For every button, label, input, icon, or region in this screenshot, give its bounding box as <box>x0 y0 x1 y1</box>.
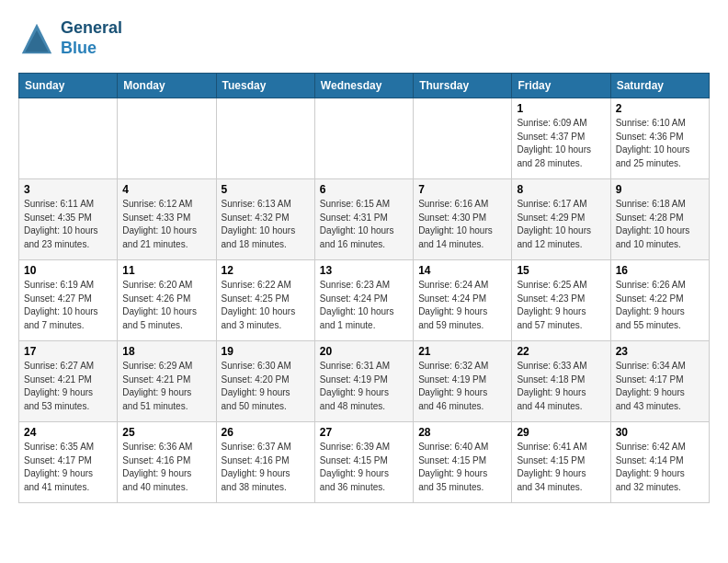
day-number: 28 <box>418 426 506 439</box>
day-number: 17 <box>24 345 112 358</box>
day-info: Sunrise: 6:17 AM Sunset: 4:29 PM Dayligh… <box>517 198 605 251</box>
day-number: 4 <box>122 183 210 196</box>
day-number: 10 <box>24 264 112 277</box>
calendar-cell: 22Sunrise: 6:33 AM Sunset: 4:18 PM Dayli… <box>512 341 610 422</box>
calendar-week-1: 3Sunrise: 6:11 AM Sunset: 4:35 PM Daylig… <box>19 179 710 260</box>
day-info: Sunrise: 6:42 AM Sunset: 4:14 PM Dayligh… <box>616 441 704 494</box>
day-number: 19 <box>222 345 310 358</box>
calendar-cell <box>216 98 314 179</box>
day-info: Sunrise: 6:11 AM Sunset: 4:35 PM Dayligh… <box>24 198 112 251</box>
day-info: Sunrise: 6:24 AM Sunset: 4:24 PM Dayligh… <box>418 279 506 332</box>
day-number: 2 <box>616 102 704 115</box>
day-number: 5 <box>222 183 310 196</box>
calendar-cell: 24Sunrise: 6:35 AM Sunset: 4:17 PM Dayli… <box>19 422 118 503</box>
calendar-cell: 13Sunrise: 6:23 AM Sunset: 4:24 PM Dayli… <box>314 260 413 341</box>
calendar-cell: 5Sunrise: 6:13 AM Sunset: 4:32 PM Daylig… <box>216 179 314 260</box>
day-info: Sunrise: 6:20 AM Sunset: 4:26 PM Dayligh… <box>122 279 210 332</box>
day-info: Sunrise: 6:37 AM Sunset: 4:16 PM Dayligh… <box>222 441 310 494</box>
calendar-cell: 2Sunrise: 6:10 AM Sunset: 4:36 PM Daylig… <box>610 98 709 179</box>
calendar-cell: 11Sunrise: 6:20 AM Sunset: 4:26 PM Dayli… <box>118 260 216 341</box>
day-info: Sunrise: 6:36 AM Sunset: 4:16 PM Dayligh… <box>122 441 210 494</box>
calendar-cell: 28Sunrise: 6:40 AM Sunset: 4:15 PM Dayli… <box>414 422 512 503</box>
day-number: 7 <box>418 183 506 196</box>
day-number: 15 <box>517 264 605 277</box>
day-info: Sunrise: 6:13 AM Sunset: 4:32 PM Dayligh… <box>222 198 310 251</box>
day-number: 16 <box>616 264 704 277</box>
day-number: 1 <box>517 102 605 115</box>
day-info: Sunrise: 6:18 AM Sunset: 4:28 PM Dayligh… <box>616 198 704 251</box>
day-number: 30 <box>616 426 704 439</box>
day-info: Sunrise: 6:35 AM Sunset: 4:17 PM Dayligh… <box>24 441 112 494</box>
day-number: 22 <box>517 345 605 358</box>
day-info: Sunrise: 6:12 AM Sunset: 4:33 PM Dayligh… <box>122 198 210 251</box>
day-number: 6 <box>320 183 408 196</box>
day-number: 9 <box>616 183 704 196</box>
logo-text: General Blue <box>61 18 122 58</box>
day-info: Sunrise: 6:34 AM Sunset: 4:17 PM Dayligh… <box>616 360 704 413</box>
day-number: 14 <box>418 264 506 277</box>
day-number: 24 <box>24 426 112 439</box>
calendar-cell: 27Sunrise: 6:39 AM Sunset: 4:15 PM Dayli… <box>314 422 413 503</box>
day-info: Sunrise: 6:19 AM Sunset: 4:27 PM Dayligh… <box>24 279 112 332</box>
day-number: 21 <box>418 345 506 358</box>
calendar-cell <box>414 98 512 179</box>
calendar-cell: 26Sunrise: 6:37 AM Sunset: 4:16 PM Dayli… <box>216 422 314 503</box>
calendar-cell: 8Sunrise: 6:17 AM Sunset: 4:29 PM Daylig… <box>512 179 610 260</box>
day-number: 8 <box>517 183 605 196</box>
calendar-cell: 1Sunrise: 6:09 AM Sunset: 4:37 PM Daylig… <box>512 98 610 179</box>
day-info: Sunrise: 6:29 AM Sunset: 4:21 PM Dayligh… <box>122 360 210 413</box>
calendar-cell: 4Sunrise: 6:12 AM Sunset: 4:33 PM Daylig… <box>118 179 216 260</box>
day-info: Sunrise: 6:32 AM Sunset: 4:19 PM Dayligh… <box>418 360 506 413</box>
day-info: Sunrise: 6:16 AM Sunset: 4:30 PM Dayligh… <box>418 198 506 251</box>
calendar-cell: 16Sunrise: 6:26 AM Sunset: 4:22 PM Dayli… <box>610 260 709 341</box>
day-info: Sunrise: 6:23 AM Sunset: 4:24 PM Dayligh… <box>320 279 408 332</box>
day-info: Sunrise: 6:27 AM Sunset: 4:21 PM Dayligh… <box>24 360 112 413</box>
weekday-header-sunday: Sunday <box>19 74 118 98</box>
calendar-table: SundayMondayTuesdayWednesdayThursdayFrid… <box>18 73 710 503</box>
day-number: 29 <box>517 426 605 439</box>
calendar-header: SundayMondayTuesdayWednesdayThursdayFrid… <box>19 74 710 98</box>
calendar-cell: 23Sunrise: 6:34 AM Sunset: 4:17 PM Dayli… <box>610 341 709 422</box>
calendar-cell <box>118 98 216 179</box>
logo-icon <box>18 22 55 55</box>
day-info: Sunrise: 6:30 AM Sunset: 4:20 PM Dayligh… <box>222 360 310 413</box>
day-number: 13 <box>320 264 408 277</box>
weekday-header-friday: Friday <box>512 74 610 98</box>
calendar-cell: 3Sunrise: 6:11 AM Sunset: 4:35 PM Daylig… <box>19 179 118 260</box>
calendar-cell: 17Sunrise: 6:27 AM Sunset: 4:21 PM Dayli… <box>19 341 118 422</box>
logo: General Blue <box>18 18 122 58</box>
calendar-cell: 30Sunrise: 6:42 AM Sunset: 4:14 PM Dayli… <box>610 422 709 503</box>
day-number: 26 <box>222 426 310 439</box>
weekday-header-wednesday: Wednesday <box>314 74 413 98</box>
calendar-week-0: 1Sunrise: 6:09 AM Sunset: 4:37 PM Daylig… <box>19 98 710 179</box>
day-info: Sunrise: 6:10 AM Sunset: 4:36 PM Dayligh… <box>616 117 704 170</box>
day-info: Sunrise: 6:26 AM Sunset: 4:22 PM Dayligh… <box>616 279 704 332</box>
day-number: 27 <box>320 426 408 439</box>
weekday-header-thursday: Thursday <box>414 74 512 98</box>
calendar-cell: 14Sunrise: 6:24 AM Sunset: 4:24 PM Dayli… <box>414 260 512 341</box>
calendar-cell: 21Sunrise: 6:32 AM Sunset: 4:19 PM Dayli… <box>414 341 512 422</box>
day-info: Sunrise: 6:33 AM Sunset: 4:18 PM Dayligh… <box>517 360 605 413</box>
page-header: General Blue <box>18 18 710 58</box>
calendar-cell: 12Sunrise: 6:22 AM Sunset: 4:25 PM Dayli… <box>216 260 314 341</box>
day-number: 3 <box>24 183 112 196</box>
calendar-cell: 6Sunrise: 6:15 AM Sunset: 4:31 PM Daylig… <box>314 179 413 260</box>
calendar-cell: 15Sunrise: 6:25 AM Sunset: 4:23 PM Dayli… <box>512 260 610 341</box>
calendar-cell: 7Sunrise: 6:16 AM Sunset: 4:30 PM Daylig… <box>414 179 512 260</box>
weekday-header-monday: Monday <box>118 74 216 98</box>
day-info: Sunrise: 6:39 AM Sunset: 4:15 PM Dayligh… <box>320 441 408 494</box>
day-info: Sunrise: 6:09 AM Sunset: 4:37 PM Dayligh… <box>517 117 605 170</box>
calendar-cell: 25Sunrise: 6:36 AM Sunset: 4:16 PM Dayli… <box>118 422 216 503</box>
calendar-week-4: 24Sunrise: 6:35 AM Sunset: 4:17 PM Dayli… <box>19 422 710 503</box>
day-number: 25 <box>122 426 210 439</box>
day-info: Sunrise: 6:22 AM Sunset: 4:25 PM Dayligh… <box>222 279 310 332</box>
day-number: 12 <box>222 264 310 277</box>
day-info: Sunrise: 6:31 AM Sunset: 4:19 PM Dayligh… <box>320 360 408 413</box>
weekday-header-tuesday: Tuesday <box>216 74 314 98</box>
calendar-cell: 10Sunrise: 6:19 AM Sunset: 4:27 PM Dayli… <box>19 260 118 341</box>
day-number: 20 <box>320 345 408 358</box>
day-number: 11 <box>122 264 210 277</box>
day-number: 18 <box>122 345 210 358</box>
calendar-cell <box>314 98 413 179</box>
weekday-header-saturday: Saturday <box>610 74 709 98</box>
